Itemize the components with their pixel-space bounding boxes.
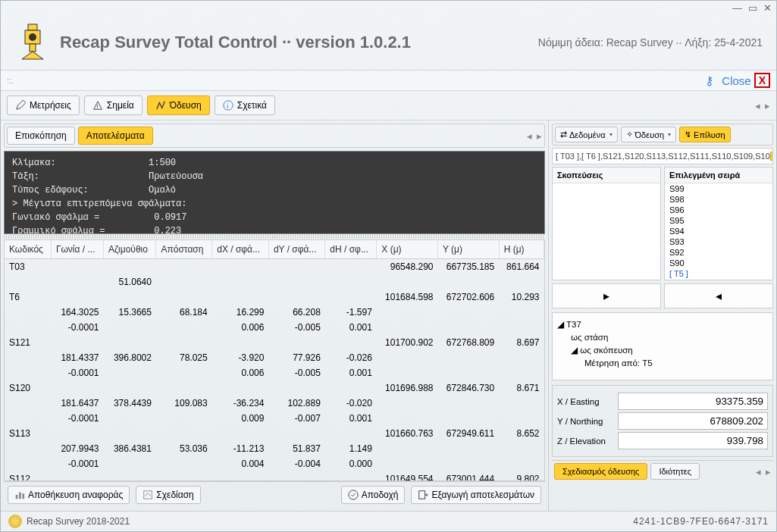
path-bar[interactable]: [ T03 ],[ T6 ],S121,S120,S113,S112,S111,… [552,148,773,164]
data-label: Δεδομένα [569,130,606,139]
nav-next-icon[interactable]: ▸ [765,100,770,111]
maximize-icon[interactable]: ▭ [748,2,757,14]
close-icon[interactable]: ✕ [763,2,772,14]
list-item[interactable]: S98 [665,194,772,205]
left-pane: Επισκόπηση Αποτελέσματα ◂ ▸ Κλίμακα: 1:5… [1,120,549,511]
tree-node-measurement[interactable]: Μέτρηση από: T5 [557,357,768,369]
about-label: Σχετικά [237,100,267,111]
column-header[interactable]: Κωδικός [5,240,51,259]
path-dropdown-icon[interactable]: ▾ [770,152,773,161]
list-item[interactable]: S99 [665,183,772,194]
svg-rect-3 [30,44,36,52]
nav-prev-icon[interactable]: ◂ [756,466,761,477]
about-button[interactable]: i Σχετικά [215,95,275,115]
close-button[interactable]: X [754,73,770,88]
nav-next-icon[interactable]: ▸ [537,130,542,142]
column-header[interactable]: Αζιμούθιο [104,240,156,259]
table-row[interactable]: T0396548.290667735.185861.664 [5,259,544,275]
list-item[interactable]: S92 [665,247,772,258]
column-header[interactable]: X (μ) [377,240,438,259]
table-row[interactable]: 51.0640 [5,274,544,289]
traverse-menu-button[interactable]: ✧Όδευση▾ [621,127,676,142]
table-row[interactable]: 181.4337396.800278.025-3.92077.926-0.026 [5,350,544,365]
save-report-button[interactable]: Αποθήκευση αναφοράς [8,486,130,504]
tree-node-station[interactable]: ως στάση [557,331,768,343]
table-row[interactable]: 164.302515.366568.18416.29966.208-1.597 [5,305,544,320]
tab-overview[interactable]: Επισκόπηση [7,127,75,145]
list-item[interactable]: S95 [665,215,772,226]
table-row[interactable]: 181.6437378.4439109.083-36.234102.889-0.… [5,396,544,411]
tab-design[interactable]: Σχεδιασμός όδευσης [554,463,647,480]
table-row[interactable]: S120101696.988672846.7308.671 [5,380,544,396]
table-row[interactable]: -0.00010.006-0.0050.001 [5,365,544,380]
points-button[interactable]: ! Σημεία [84,95,143,115]
table-row[interactable]: S113101660.763672949.6118.652 [5,426,544,441]
x-label: X / Easting [557,397,618,406]
column-header[interactable]: dX / σφά... [212,240,269,259]
measurements-button[interactable]: Μετρήσεις [7,95,80,115]
measurements-label: Μετρήσεις [30,100,71,111]
tree-view[interactable]: ◢ T37 ως στάση ◢ ως σκόπευση Μέτρηση από… [552,312,773,380]
nav-prev-icon[interactable]: ◂ [527,130,532,142]
list-item[interactable]: [ T5 ] [665,268,772,279]
list-item[interactable]: S90 [665,258,772,268]
data-button[interactable]: ⇄Δεδομένα▾ [555,127,618,142]
nav-prev-icon[interactable]: ◂ [755,100,760,111]
list-item[interactable]: S96 [665,205,772,215]
export-icon [418,490,428,500]
list-item[interactable]: [ T37 ] [665,279,772,280]
tree-node-sight[interactable]: ◢ ως σκόπευση [557,343,768,357]
export-button[interactable]: Εξαγωγή αποτελεσμάτων [411,486,541,504]
observations-body[interactable] [553,183,660,280]
app-header: Recap Survey Total Control ·· version 1.… [1,15,776,70]
app-title: Recap Survey Total Control ·· version 1.… [60,33,411,52]
traverse-menu-label: Όδευση [635,130,664,139]
copyright-text: Recap Survey 2018-2021 [27,516,130,527]
svg-text:!: ! [96,104,98,109]
minimize-icon[interactable]: — [732,2,742,14]
table-row[interactable]: S121101700.902672768.8098.697 [5,335,544,350]
globe-icon [8,515,22,528]
column-header[interactable]: dH / σφ... [325,240,377,259]
nav-next-icon[interactable]: ▸ [766,466,771,477]
column-header[interactable]: Απόσταση [156,240,212,259]
table-row[interactable]: T6101684.598672702.60610.293 [5,289,544,305]
table-row[interactable]: 207.9943386.438153.036-11.21351.8371.149 [5,441,544,456]
play-forward-button[interactable]: ▸ [552,283,661,308]
close-link[interactable]: Close [722,74,750,87]
tree-node-root[interactable]: ◢ T37 [557,318,768,331]
pencil-icon [15,100,26,111]
y-input[interactable] [618,412,768,430]
left-tabs-nav: ◂ ▸ [527,130,542,142]
table-row[interactable]: -0.00010.006-0.0050.001 [5,320,544,335]
app-logo-icon [14,21,51,64]
tab-properties[interactable]: Ιδιότητες [650,463,700,480]
play-back-button[interactable]: ◂ [664,283,773,308]
tab-results[interactable]: Αποτελέσματα [78,127,153,145]
selected-series-body[interactable]: S99S98S96S95S94S93S92S90[ T5 ][ T37 ] [665,183,772,280]
results-grid[interactable]: ΚωδικόςΓωνία / ...ΑζιμούθιοΑπόστασηdX / … [4,239,545,481]
table-row[interactable]: S112101649.554673001.4449.802 [5,471,544,481]
drawing-button[interactable]: Σχεδίαση [136,486,200,504]
column-header[interactable]: H (μ) [499,240,544,259]
column-header[interactable]: Γωνία / ... [51,240,103,259]
right-pane: ⇄Δεδομένα▾ ✧Όδευση▾ ↯Επίλυση [ T03 ],[ T… [549,120,776,511]
list-item[interactable]: S93 [665,236,772,247]
table-row[interactable]: -0.00010.004-0.0040.000 [5,456,544,471]
selected-series-list: Επιλεγμένη σειρά S99S98S96S95S94S93S92S9… [664,167,773,280]
column-header[interactable]: Y (μ) [438,240,500,259]
list-item[interactable]: S94 [665,226,772,236]
accept-button[interactable]: Αποδοχή [341,486,406,504]
traverse-button[interactable]: Όδευση [147,95,210,115]
right-toolbar: ⇄Δεδομένα▾ ✧Όδευση▾ ↯Επίλυση [552,124,773,146]
splitter[interactable]: ····· [4,235,545,239]
solve-button[interactable]: ↯Επίλυση [679,127,731,142]
x-input[interactable] [618,393,768,410]
key-icon[interactable]: ⚷ [705,74,714,88]
z-input[interactable] [618,432,768,449]
table-row[interactable]: -0.00010.009-0.0070.001 [5,411,544,426]
check-icon [348,490,359,500]
status-bar: Recap Survey 2018-2021 4241-1CB9-7FE0-66… [1,511,776,531]
zigzag-icon [155,100,166,111]
column-header[interactable]: dY / σφά... [268,240,324,259]
